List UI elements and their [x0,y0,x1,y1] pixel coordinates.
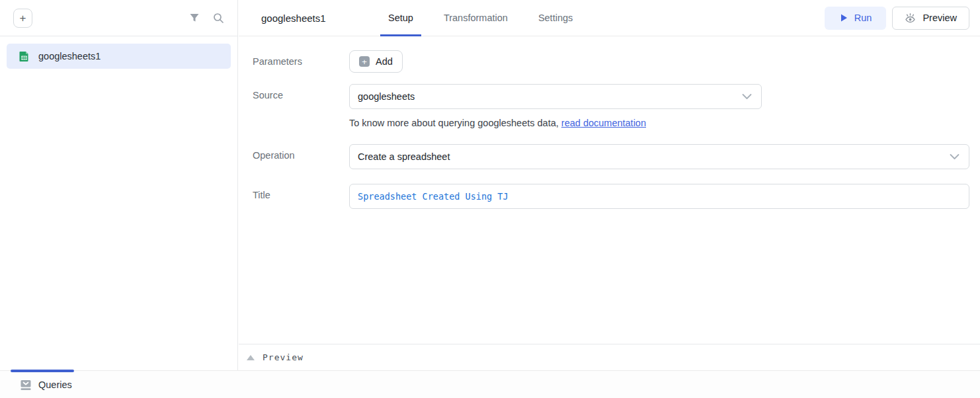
tab-settings[interactable]: Settings [530,0,581,36]
topbar-actions: Run Preview [825,7,969,30]
search-icon[interactable] [213,13,224,24]
title-input[interactable]: Spreadsheet Created Using TJ [349,184,969,209]
chevron-down-icon [742,94,752,100]
queries-dock-tab[interactable]: Queries [20,371,72,398]
plus-icon: + [359,56,370,67]
add-parameter-label: Add [376,56,393,67]
query-editor-app: + [0,0,980,398]
googlesheets-icon [19,51,30,62]
chevron-down-icon [950,154,960,160]
operation-row: Operation Create a spreadsheet [253,144,969,169]
query-title: googlesheets1 [261,13,380,24]
query-tabs: Setup Transformation Settings [380,0,595,36]
preview-button-label: Preview [922,13,957,23]
source-help-text: To know more about querying googlesheets… [349,118,969,128]
sidebar-header: + [0,0,237,36]
title-label: Title [253,184,349,200]
sidebar-header-icons [189,13,224,24]
parameters-row: Parameters + Add [253,50,969,73]
source-label: Source [253,84,349,100]
operation-select[interactable]: Create a spreadsheet [349,144,969,169]
read-documentation-link[interactable]: read documentation [561,118,646,128]
eye-icon [905,13,916,23]
preview-panel-toggle[interactable]: Preview [239,344,980,370]
tab-transformation[interactable]: Transformation [436,0,516,36]
caret-up-icon [247,355,255,360]
add-query-button[interactable]: + [13,9,32,28]
operation-select-value: Create a spreadsheet [358,151,450,162]
preview-panel-label: Preview [263,352,304,362]
query-main-panel: googlesheets1 Setup Transformation Setti… [239,0,980,370]
play-icon [839,13,848,22]
tab-setup[interactable]: Setup [380,0,421,36]
run-button-label: Run [854,13,872,23]
title-row: Title Spreadsheet Created Using TJ [253,184,969,209]
source-select-value: googlesheets [358,91,415,102]
queries-icon [20,379,32,391]
query-list: googlesheets1 [0,36,237,76]
query-topbar: googlesheets1 Setup Transformation Setti… [239,0,980,36]
title-input-value: Spreadsheet Created Using TJ [358,191,509,202]
source-row: Source googlesheets To know more about q… [253,84,969,128]
bottom-dock-bar: Queries [0,370,980,398]
query-item-label: googlesheets1 [38,51,101,61]
query-setup-form: Parameters + Add Source googlesheets [239,36,980,209]
operation-label: Operation [253,144,349,161]
queries-dock-label: Queries [38,379,72,390]
query-list-item-googlesheets1[interactable]: googlesheets1 [7,44,231,69]
query-list-sidebar: + [0,0,238,370]
filter-icon[interactable] [189,13,200,23]
preview-button[interactable]: Preview [892,7,969,30]
add-parameter-button[interactable]: + Add [349,50,403,73]
parameters-label: Parameters [253,50,349,67]
source-help-prefix: To know more about querying googlesheets… [349,118,561,128]
source-select[interactable]: googlesheets [349,84,762,109]
run-button[interactable]: Run [825,7,887,30]
